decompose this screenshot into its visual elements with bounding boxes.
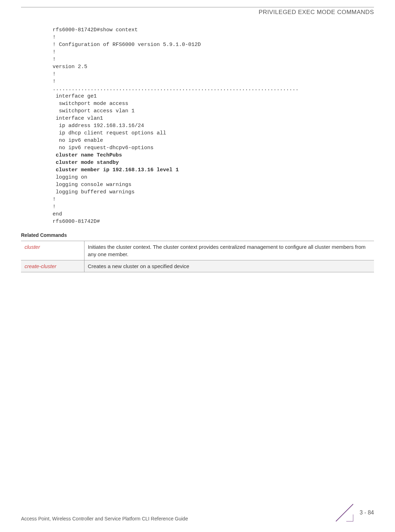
- code-line: ip address 192.168.13.16/24: [53, 123, 144, 129]
- code-line: end: [53, 211, 62, 217]
- code-line: !: [53, 56, 56, 62]
- code-line: switchport access vlan 1: [53, 108, 135, 114]
- code-line: switchport mode access: [53, 101, 128, 107]
- table-row: create-cluster Creates a new cluster on …: [21, 260, 374, 272]
- code-line: interface vlan1: [53, 115, 103, 121]
- header-title: PRIVILEGED EXEC MODE COMMANDS: [21, 7, 374, 26]
- code-line: interface ge1: [53, 93, 97, 99]
- code-line: !: [53, 34, 56, 40]
- table-row: cluster Initiates the cluster context. T…: [21, 241, 374, 260]
- code-line: !: [53, 197, 56, 202]
- code-line: !: [53, 79, 56, 85]
- code-line: logging on: [53, 174, 87, 180]
- code-line: no ipv6 enable: [53, 138, 103, 144]
- code-line: !: [53, 49, 56, 55]
- code-line: version 2.5: [53, 64, 87, 70]
- code-line: logging buffered warnings: [53, 189, 135, 195]
- code-line: logging console warnings: [53, 182, 131, 188]
- code-line: rfs6000-81742D#: [53, 219, 100, 225]
- code-line: ........................................…: [53, 86, 299, 92]
- table-cmd-cell: cluster: [21, 241, 84, 260]
- code-line-bold: cluster mode standby: [53, 160, 119, 166]
- table-desc-cell: Creates a new cluster on a specified dev…: [84, 260, 374, 272]
- footer-guide-title: Access Point, Wireless Controller and Se…: [21, 516, 336, 521]
- table-cmd-cell: create-cluster: [21, 260, 84, 272]
- corner-mark-icon: [336, 504, 353, 521]
- code-line: !: [53, 71, 56, 77]
- code-line: rfs6000-81742D#show context: [53, 27, 138, 33]
- svg-line-0: [336, 504, 353, 521]
- code-line-bold: cluster name TechPubs: [53, 152, 122, 158]
- footer: Access Point, Wireless Controller and Se…: [21, 504, 374, 521]
- code-line: ip dhcp client request options all: [53, 130, 166, 136]
- code-line-bold: cluster member ip 192.168.13.16 level 1: [53, 167, 179, 173]
- section-heading: Related Commands: [21, 232, 374, 238]
- code-line: !: [53, 204, 56, 210]
- code-line: no ipv6 request-dhcpv6-options: [53, 145, 154, 151]
- page-number: 3 - 84: [360, 510, 374, 516]
- footer-right: 3 - 84: [336, 504, 374, 521]
- code-block: rfs6000-81742D#show context ! ! Configur…: [53, 26, 374, 225]
- related-commands-table: cluster Initiates the cluster context. T…: [21, 241, 374, 272]
- table-desc-cell: Initiates the cluster context. The clust…: [84, 241, 374, 260]
- code-line: ! Configuration of RFS6000 version 5.9.1…: [53, 42, 201, 48]
